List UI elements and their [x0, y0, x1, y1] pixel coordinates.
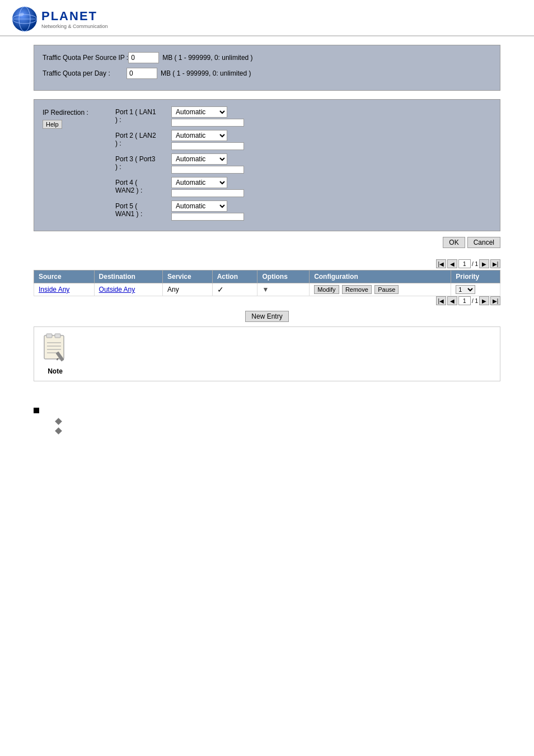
svg-rect-7: [55, 334, 60, 338]
per-day-row: Traffic Quota per Day : MB ( 1 - 999999,…: [43, 68, 491, 79]
port-row-2: Port 2 ( LAN2) : Automatic: [115, 130, 491, 150]
pause-button[interactable]: Pause: [374, 285, 399, 294]
port-5-controls: Automatic: [171, 200, 244, 221]
ok-button[interactable]: OK: [443, 237, 465, 248]
new-entry-row: New Entry: [34, 311, 500, 322]
source-link[interactable]: Inside Any: [39, 286, 69, 293]
bullet-diamond-1: [56, 418, 500, 424]
port-1-controls: Automatic: [171, 106, 244, 127]
diamond-icon-2: [55, 427, 62, 435]
new-entry-button[interactable]: New Entry: [245, 311, 288, 322]
destination-link[interactable]: Outside Any: [99, 286, 135, 293]
port-5-select[interactable]: Automatic: [171, 200, 227, 212]
cell-priority: 1 2 3: [451, 283, 500, 296]
note-section: Note: [34, 326, 500, 381]
action-checkmark: ✓: [217, 285, 224, 294]
source-ip-label: Traffic Quota Per Source IP :: [43, 54, 128, 62]
source-ip-row: Traffic Quota Per Source IP : MB ( 1 - 9…: [43, 52, 491, 63]
col-source: Source: [34, 270, 95, 283]
prev-page-button[interactable]: ◀: [447, 259, 457, 268]
bullet-section: [0, 401, 534, 442]
main-content: Traffic Quota Per Source IP : MB ( 1 - 9…: [0, 36, 534, 401]
cell-configuration: Modify Remove Pause: [310, 283, 451, 296]
port-1-label: Port 1 ( LAN1) :: [115, 106, 171, 124]
bullet-diamond-2: [56, 427, 500, 433]
port-2-select[interactable]: Automatic: [171, 130, 227, 141]
logo-subtitle: Networking & Communication: [41, 24, 108, 29]
port-2-text-input[interactable]: [171, 142, 244, 150]
modify-button[interactable]: Modify: [314, 285, 339, 294]
logo: PLANET Networking & Communication: [11, 6, 108, 32]
source-ip-hint: MB ( 1 - 999999, 0: unlimited ): [162, 54, 252, 62]
source-ip-input[interactable]: [128, 52, 159, 63]
ip-redirection-label: IP Redirection : Help: [43, 106, 115, 129]
cell-source: Inside Any: [34, 283, 95, 296]
port-row-4: Port 4 (WAN2 ) : Automatic: [115, 177, 491, 197]
port-1-select[interactable]: Automatic: [171, 106, 227, 118]
col-destination: Destination: [94, 270, 162, 283]
logo-globe-icon: [11, 6, 38, 32]
col-configuration: Configuration: [310, 270, 451, 283]
page-number-input-bottom[interactable]: [458, 296, 471, 305]
first-page-button-bottom[interactable]: |◀: [436, 296, 446, 305]
page-total-bottom: / 1: [472, 298, 478, 304]
note-icon: [40, 333, 71, 363]
pagination-bottom: |◀ ◀ / 1 ▶ ▶|: [34, 296, 500, 305]
help-button[interactable]: Help: [43, 120, 62, 129]
table-header: Source Destination Service Action Option…: [34, 270, 500, 283]
table-row: Inside Any Outside Any Any ✓ ▼ Modify Re…: [34, 283, 500, 296]
col-action: Action: [212, 270, 257, 283]
port-5-text-input[interactable]: [171, 213, 244, 221]
last-page-button[interactable]: ▶|: [490, 259, 500, 268]
port-3-controls: Automatic: [171, 153, 244, 174]
header: PLANET Networking & Communication: [0, 0, 534, 36]
last-page-button-bottom[interactable]: ▶|: [490, 296, 500, 305]
port-2-controls: Automatic: [171, 130, 244, 150]
page-total: / 1: [472, 261, 478, 267]
per-day-label: Traffic Quota per Day :: [43, 69, 127, 77]
page-number-input[interactable]: [458, 259, 471, 268]
port-1-text-input[interactable]: [171, 119, 244, 127]
table-section: |◀ ◀ / 1 ▶ ▶| Source Destination Service…: [34, 259, 500, 305]
port-3-label: Port 3 ( Port3) :: [115, 153, 171, 171]
cancel-button[interactable]: Cancel: [467, 237, 500, 248]
ports-grid: Port 1 ( LAN1) : Automatic Port 2 ( LAN2…: [115, 106, 491, 224]
bullet-main-item: [34, 407, 500, 413]
port-4-select[interactable]: Automatic: [171, 177, 227, 188]
port-5-label: Port 5 (WAN1 ) :: [115, 200, 171, 218]
cell-service: Any: [162, 283, 212, 296]
action-buttons: OK Cancel: [34, 237, 500, 248]
bullet-square-icon: [34, 408, 39, 413]
logo-text: PLANET Networking & Communication: [41, 9, 108, 29]
port-4-label: Port 4 (WAN2 ) :: [115, 177, 171, 194]
logo-planet-name: PLANET: [41, 9, 108, 24]
priority-select[interactable]: 1 2 3: [456, 285, 475, 294]
per-day-input[interactable]: [127, 68, 157, 79]
next-page-button-bottom[interactable]: ▶: [479, 296, 489, 305]
per-day-hint: MB ( 1 - 999999, 0: unlimited ): [161, 69, 251, 77]
next-page-button[interactable]: ▶: [479, 259, 489, 268]
port-3-select[interactable]: Automatic: [171, 153, 227, 165]
col-priority: Priority: [451, 270, 500, 283]
remove-button[interactable]: Remove: [342, 285, 372, 294]
ip-redirection-box: IP Redirection : Help Port 1 ( LAN1) : A…: [34, 99, 500, 231]
first-page-button[interactable]: |◀: [436, 259, 446, 268]
port-row-1: Port 1 ( LAN1) : Automatic: [115, 106, 491, 127]
port-4-controls: Automatic: [171, 177, 244, 197]
port-row-3: Port 3 ( Port3) : Automatic: [115, 153, 491, 174]
col-options: Options: [257, 270, 310, 283]
funnel-icon: ▼: [262, 286, 269, 293]
cell-destination: Outside Any: [94, 283, 162, 296]
port-row-5: Port 5 (WAN1 ) : Automatic: [115, 200, 491, 221]
port-4-text-input[interactable]: [171, 189, 244, 197]
port-3-text-input[interactable]: [171, 166, 244, 174]
cell-options: ▼: [257, 283, 310, 296]
prev-page-button-bottom[interactable]: ◀: [447, 296, 457, 305]
traffic-quota-box: Traffic Quota Per Source IP : MB ( 1 - 9…: [34, 45, 500, 91]
diamond-icon-1: [55, 418, 62, 425]
bullet-diamond-group: [56, 418, 500, 433]
table-body: Inside Any Outside Any Any ✓ ▼ Modify Re…: [34, 283, 500, 296]
pagination-top: |◀ ◀ / 1 ▶ ▶|: [34, 259, 500, 268]
note-icon-container: Note: [40, 333, 71, 375]
cell-action: ✓: [212, 283, 257, 296]
